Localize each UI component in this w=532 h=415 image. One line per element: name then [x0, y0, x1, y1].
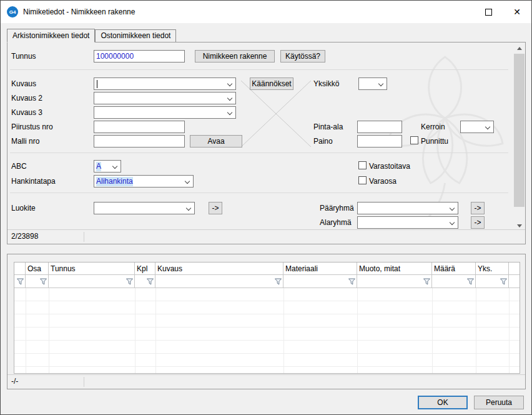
- yksikko-label: Yksikkö: [313, 79, 339, 88]
- filter-cell-filler: [509, 275, 520, 288]
- tunnus-input[interactable]: [94, 50, 185, 62]
- grid-body[interactable]: [14, 288, 520, 373]
- archive-item-tabpage: Tunnus Nimikkeen rakenne Käytössä? Kuvau…: [7, 42, 526, 244]
- kerroin-combobox[interactable]: [460, 121, 494, 133]
- maximize-icon: [485, 9, 492, 16]
- grid-statusbar: -/-: [7, 374, 525, 389]
- column-header-materiaali[interactable]: Materiaali: [283, 262, 357, 275]
- luokite-label: Luokite: [11, 204, 36, 212]
- avaa-button[interactable]: Avaa: [190, 135, 242, 148]
- piirustus-nro-label: Piirustus nro: [11, 122, 53, 131]
- column-header-maara[interactable]: Määrä: [432, 262, 476, 275]
- crossed-lines-decoration: [241, 81, 311, 147]
- status-divider: [84, 377, 84, 387]
- varaosa-label: Varaosa: [369, 177, 397, 186]
- form-scrollbar[interactable]: [514, 43, 525, 231]
- separator: [10, 152, 508, 153]
- tabstrip: Arkistonimikkeen tiedot Ostonimikkeen ti…: [7, 28, 176, 42]
- chevron-down-icon: [378, 81, 383, 86]
- scrollbar-thumb[interactable]: [514, 54, 525, 207]
- paaryhma-label: Pääryhmä: [320, 204, 354, 212]
- grid-gridline: [357, 288, 358, 373]
- cancel-button[interactable]: Peruuta: [474, 396, 524, 409]
- grid-gridline: [49, 288, 49, 373]
- separator: [10, 192, 508, 193]
- window-title: Nimiketiedot - Nimikkeen rakenne: [23, 1, 135, 23]
- grid-filter-row: [14, 275, 520, 288]
- luokite-arrow-button[interactable]: ->: [209, 202, 222, 214]
- structure-grid-panel: Osa Tunnus Kpl Kuvaus Materiaali Muoto, …: [7, 254, 526, 389]
- separator: [10, 69, 508, 70]
- column-header-osa[interactable]: Osa: [26, 262, 49, 275]
- kuvaus-label: Kuvaus: [11, 79, 36, 88]
- abc-label: ABC: [11, 162, 27, 171]
- luokite-combobox[interactable]: [94, 202, 195, 214]
- alaryhma-combobox[interactable]: [357, 216, 458, 229]
- piirustus-nro-input[interactable]: [94, 121, 185, 133]
- varaosa-checkbox[interactable]: [358, 176, 367, 184]
- close-icon: ✕: [513, 7, 521, 17]
- scroll-up-button[interactable]: [514, 43, 525, 54]
- varastoitava-label: Varastoitava: [369, 162, 410, 171]
- form-statusbar: 2/23898: [7, 229, 525, 244]
- filter-cell[interactable]: [14, 275, 26, 288]
- paaryhma-combobox[interactable]: [357, 202, 458, 214]
- column-header-kpl[interactable]: Kpl: [135, 262, 155, 275]
- alaryhma-label: Alaryhmä: [320, 218, 352, 227]
- filter-icon: [16, 278, 24, 286]
- maximize-button[interactable]: [474, 1, 503, 23]
- column-header-rowselector[interactable]: [14, 262, 26, 275]
- malli-nro-input[interactable]: [94, 135, 185, 148]
- scroll-up-icon: [517, 47, 522, 50]
- tunnus-label: Tunnus: [11, 52, 36, 61]
- kaannokset-button[interactable]: Käännökset: [250, 78, 293, 90]
- punnittu-checkbox[interactable]: [410, 136, 418, 144]
- ok-button[interactable]: OK: [418, 396, 468, 409]
- filter-cell[interactable]: [432, 275, 476, 288]
- filter-cell[interactable]: [49, 275, 135, 288]
- varastoitava-checkbox[interactable]: [358, 161, 367, 169]
- close-button[interactable]: ✕: [503, 1, 531, 23]
- filter-cell[interactable]: [135, 275, 155, 288]
- tab-arkistonimikkeen-tiedot[interactable]: Arkistonimikkeen tiedot: [7, 29, 95, 42]
- filter-icon: [423, 278, 431, 286]
- filter-cell[interactable]: [476, 275, 509, 288]
- grid-gridline: [135, 288, 135, 373]
- filter-icon: [348, 278, 356, 286]
- kaytossa-button[interactable]: Käytössä?: [280, 50, 325, 62]
- alaryhma-arrow-button[interactable]: ->: [471, 216, 485, 229]
- kuvaus3-combobox[interactable]: [94, 106, 236, 119]
- chevron-down-icon: [227, 81, 232, 86]
- filter-cell[interactable]: [155, 275, 283, 288]
- filter-icon: [146, 278, 154, 286]
- column-header-yks[interactable]: Yks.: [476, 262, 509, 275]
- nimiketiedot-dialog: G4 Nimiketiedot - Nimikkeen rakenne ✕ Tu…: [0, 0, 532, 415]
- column-header-muoto-mitat[interactable]: Muoto, mitat: [357, 262, 432, 275]
- pinta-ala-input[interactable]: [357, 121, 402, 133]
- column-header-kuvaus[interactable]: Kuvaus: [155, 262, 283, 275]
- tab-ostonimikkeen-tiedot[interactable]: Ostonimikkeen tiedot: [95, 29, 176, 42]
- hankintatapa-combobox[interactable]: Alihankinta: [94, 175, 194, 188]
- hankintatapa-label: Hankintatapa: [11, 177, 56, 186]
- filter-cell[interactable]: [26, 275, 49, 288]
- structure-grid: Osa Tunnus Kpl Kuvaus Materiaali Muoto, …: [14, 262, 520, 374]
- abc-combobox[interactable]: A: [94, 160, 121, 172]
- filter-cell[interactable]: [357, 275, 432, 288]
- column-header-tunnus[interactable]: Tunnus: [49, 262, 135, 275]
- kuvaus-combobox[interactable]: [94, 78, 236, 90]
- abc-value: A: [96, 162, 101, 171]
- paaryhma-arrow-button[interactable]: ->: [471, 202, 485, 214]
- yksikko-combobox[interactable]: [358, 78, 387, 90]
- kuvaus3-label: Kuvaus 3: [11, 108, 42, 117]
- app-logo-icon: G4: [7, 6, 18, 18]
- nimikkeen-rakenne-button[interactable]: Nimikkeen rakenne: [195, 50, 275, 62]
- hankintatapa-value: Alihankinta: [96, 177, 133, 186]
- grid-header-row: Osa Tunnus Kpl Kuvaus Materiaali Muoto, …: [14, 262, 520, 275]
- record-count: 2/23898: [11, 230, 38, 243]
- grid-gridline: [476, 288, 476, 373]
- chevron-down-icon: [227, 110, 232, 115]
- kuvaus2-combobox[interactable]: [94, 92, 236, 104]
- paino-input[interactable]: [357, 135, 402, 148]
- filter-cell[interactable]: [283, 275, 357, 288]
- column-header-filler: [509, 262, 520, 275]
